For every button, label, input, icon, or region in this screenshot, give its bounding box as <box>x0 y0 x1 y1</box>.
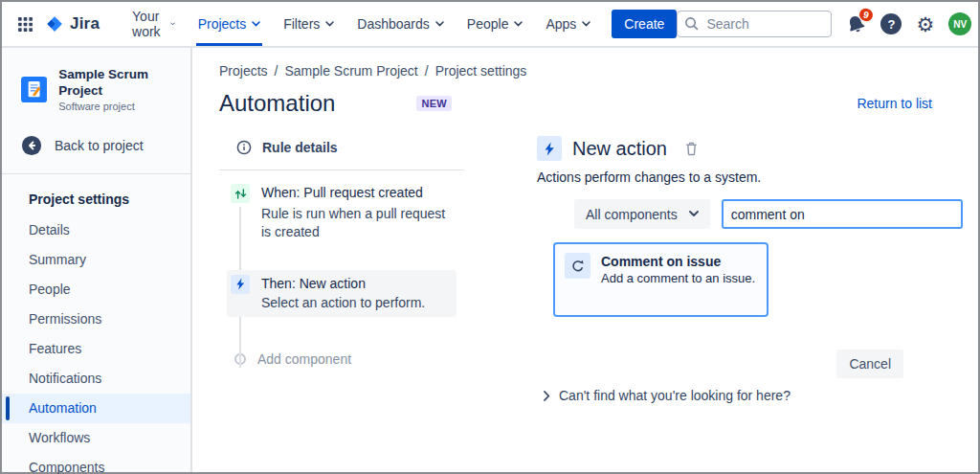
back-to-project-button[interactable]: Back to project <box>2 125 190 166</box>
rule-step-when[interactable]: When: Pull request created Rule is run w… <box>219 184 464 241</box>
sidebar-item-components[interactable]: Components <box>2 453 190 474</box>
search-icon <box>684 16 699 31</box>
back-to-project-label: Back to project <box>55 138 144 153</box>
chevron-down-icon <box>514 21 523 27</box>
breadcrumb: Projects / Sample Scrum Project / Projec… <box>219 63 963 79</box>
new-action-panel: New action Actions perform chang <box>537 136 963 403</box>
breadcrumb-project-settings[interactable]: Project settings <box>435 63 527 79</box>
page-title: Automation <box>219 90 335 117</box>
nav-item-label: Dashboards <box>357 16 430 32</box>
cancel-button[interactable]: Cancel <box>836 350 903 378</box>
trash-icon <box>684 141 699 156</box>
nav-item-filters[interactable]: Filters <box>272 2 345 46</box>
cant-find-label: Can't find what you're looking for here? <box>559 388 791 403</box>
project-sidebar: Sample Scrum Project Software project Ba… <box>2 48 192 472</box>
nav-item-your-work[interactable]: Your work <box>121 2 187 46</box>
nav-item-dashboards[interactable]: Dashboards <box>345 2 456 46</box>
cant-find-link[interactable]: Can't find what you're looking for here? <box>544 388 963 403</box>
search-input[interactable] <box>677 11 832 37</box>
nav-item-label: People <box>467 16 509 32</box>
sidebar-item-summary[interactable]: Summary <box>2 245 190 275</box>
create-button[interactable]: Create <box>612 10 677 38</box>
jira-logo-text: Jira <box>70 14 100 34</box>
delete-action-button[interactable] <box>682 139 701 158</box>
breadcrumb-project-name[interactable]: Sample Scrum Project <box>284 63 417 79</box>
top-navbar: Jira Your work Projects Filters Dashboar… <box>2 2 978 48</box>
project-header: Sample Scrum Project Software project <box>2 61 190 125</box>
step-title: Then: New action <box>261 275 425 293</box>
project-avatar-icon <box>21 75 47 104</box>
dropdown-value: All components <box>586 207 678 222</box>
jira-logo[interactable]: Jira <box>45 14 100 34</box>
sidebar-item-workflows[interactable]: Workflows <box>2 423 190 453</box>
nav-item-apps[interactable]: Apps <box>534 2 602 46</box>
notifications-button[interactable]: 9 <box>846 14 866 34</box>
rule-details-button[interactable]: Rule details <box>219 136 464 155</box>
project-type: Software project <box>58 101 179 112</box>
sidebar-item-notifications[interactable]: Notifications <box>2 364 190 394</box>
comment-refresh-icon <box>565 253 590 279</box>
step-text: When: Pull request created Rule is run w… <box>261 184 453 241</box>
back-arrow-icon <box>21 135 42 156</box>
breadcrumb-separator: / <box>425 63 429 79</box>
global-search <box>677 11 832 37</box>
gear-icon: ⚙ <box>916 14 934 34</box>
info-icon <box>236 140 252 155</box>
sidebar-item-details[interactable]: Details <box>2 215 190 245</box>
step-text: Then: New action Select an action to per… <box>261 275 425 312</box>
card-title: Comment on issue <box>601 253 755 270</box>
chevron-down-icon <box>325 21 334 27</box>
components-filter-dropdown[interactable]: All components <box>574 199 710 229</box>
add-component-button[interactable]: Add component <box>219 351 464 367</box>
action-header: New action <box>537 136 963 161</box>
step-title: When: Pull request created <box>261 184 453 202</box>
chevron-down-icon <box>435 21 444 27</box>
project-title-group: Sample Scrum Project Software project <box>58 67 179 112</box>
sidebar-divider <box>2 173 190 174</box>
chevron-right-icon <box>544 391 550 401</box>
sidebar-item-label: Automation <box>29 400 97 416</box>
sidebar-item-people[interactable]: People <box>2 275 190 305</box>
active-indicator <box>6 396 10 420</box>
return-to-list-link[interactable]: Return to list <box>857 96 932 111</box>
card-text: Comment on issue Add a comment to an iss… <box>601 253 755 287</box>
chevron-down-icon <box>170 21 175 27</box>
jira-logo-icon <box>45 14 65 34</box>
action-search-controls: All components <box>574 199 963 229</box>
grid-icon <box>17 16 33 33</box>
action-search-input[interactable] <box>722 199 963 229</box>
page-header: Automation NEW Return to list <box>219 90 963 117</box>
project-settings-menu: Details Summary People Permissions Featu… <box>2 215 190 474</box>
primary-nav: Your work Projects Filters Dashboards Pe… <box>121 2 602 46</box>
lightning-icon <box>231 275 250 294</box>
nav-item-label: Filters <box>283 16 320 32</box>
nav-item-projects[interactable]: Projects <box>187 2 273 46</box>
breadcrumb-projects[interactable]: Projects <box>219 63 268 79</box>
step-subtitle: Rule is run when a pull request is creat… <box>261 205 453 241</box>
nav-item-people[interactable]: People <box>456 2 535 46</box>
help-icon: ? <box>880 13 902 34</box>
nav-item-label: Apps <box>546 16 576 32</box>
step-subtitle: Select an action to perform. <box>261 294 425 312</box>
pull-request-icon <box>231 184 250 203</box>
chevron-down-icon <box>582 21 590 27</box>
card-subtitle: Add a comment to an issue. <box>601 271 755 287</box>
rule-details-label: Rule details <box>262 140 338 155</box>
sidebar-item-automation[interactable]: Automation <box>2 394 190 423</box>
sidebar-item-permissions[interactable]: Permissions <box>2 305 190 334</box>
rule-steps-list: When: Pull request created Rule is run w… <box>219 170 464 367</box>
help-button[interactable]: ? <box>880 13 902 34</box>
navbar-right: 9 ? ⚙ NV <box>677 11 971 37</box>
action-footer: Cancel <box>537 350 963 378</box>
new-badge: NEW <box>416 96 452 111</box>
sidebar-item-features[interactable]: Features <box>2 334 190 364</box>
app-switcher-icon[interactable] <box>11 11 39 38</box>
settings-button[interactable]: ⚙ <box>916 14 934 34</box>
lightning-icon <box>537 136 562 161</box>
user-avatar[interactable]: NV <box>948 12 971 35</box>
rule-step-then[interactable]: Then: New action Select an action to per… <box>227 270 457 318</box>
add-component-label: Add component <box>257 351 351 367</box>
comment-on-issue-card[interactable]: Comment on issue Add a comment to an iss… <box>553 242 768 317</box>
nav-item-label: Projects <box>198 16 247 32</box>
project-name: Sample Scrum Project <box>58 67 179 100</box>
